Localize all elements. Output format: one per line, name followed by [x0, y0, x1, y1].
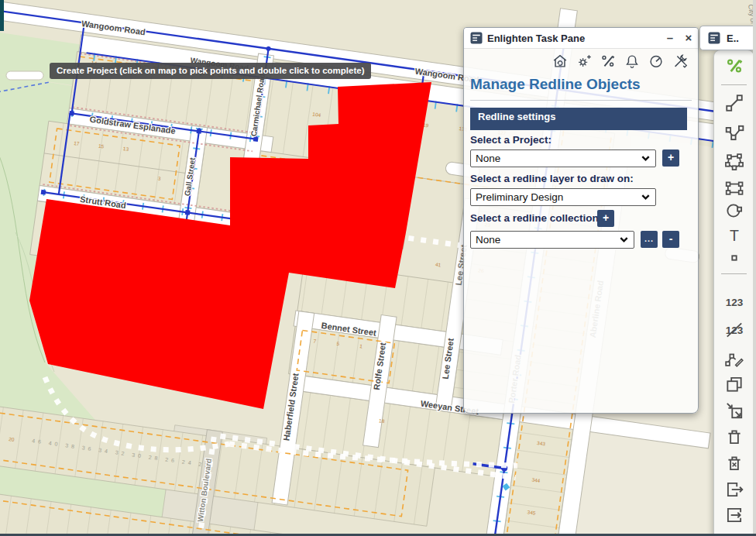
project-label: Select a Project: — [470, 134, 552, 146]
notifications-bell-icon[interactable] — [624, 53, 641, 70]
task-pane-toolbar — [552, 53, 689, 70]
project-select-value: None — [476, 153, 500, 164]
svg-text:20: 20 — [9, 436, 15, 442]
delete-all-icon[interactable] — [723, 452, 746, 475]
add-collection-button[interactable]: + — [597, 210, 614, 227]
copy-object-icon[interactable] — [723, 373, 746, 396]
svg-text:18: 18 — [379, 417, 386, 424]
edit-vertices-icon[interactable] — [723, 346, 746, 369]
tools-icon[interactable] — [672, 53, 689, 70]
transform-object-icon[interactable] — [723, 399, 746, 422]
toolbar-divider — [721, 84, 747, 85]
draw-text-icon[interactable]: T — [723, 224, 746, 247]
task-pane-title: Enlighten Task Pane — [487, 33, 661, 44]
task-pane-icon — [470, 32, 483, 44]
window-edge-strip — [753, 0, 756, 536]
collection-select-value: None — [476, 234, 500, 246]
add-project-button[interactable]: + — [662, 149, 679, 167]
task-pane-titlebar[interactable]: Enlighten Task Pane – × — [464, 28, 698, 49]
draw-polygon-icon[interactable] — [723, 149, 746, 173]
layer-select[interactable]: Preliminary Design — [470, 188, 656, 206]
draw-rectangle-icon[interactable] — [723, 177, 746, 200]
minimize-button[interactable]: – — [661, 29, 679, 47]
show-measurements-icon[interactable]: 123 — [723, 290, 746, 314]
enlighten-task-pane: Enlighten Task Pane – × — [463, 27, 699, 414]
svg-text:T: T — [730, 227, 739, 244]
draw-line-icon[interactable] — [723, 91, 746, 115]
redline-settings-header: Redline settings — [470, 108, 687, 130]
edge-panel-sliver — [0, 0, 4, 31]
collection-label: Select a redline collection: — [470, 212, 602, 224]
chevron-down-icon — [641, 153, 651, 163]
svg-text:41: 41 — [435, 262, 442, 268]
chevron-down-icon — [619, 235, 629, 245]
export-redlines-icon[interactable] — [723, 478, 746, 501]
gear-add-icon[interactable] — [576, 53, 593, 70]
redline-toolbar: T 123 123 — [713, 50, 754, 536]
layer-select-value: Preliminary Design — [476, 191, 563, 203]
remove-collection-button[interactable]: - — [662, 231, 679, 248]
svg-text:17: 17 — [74, 140, 81, 146]
toolbar-divider — [721, 273, 747, 274]
create-project-tooltip: Create Project (click on map to pick poi… — [50, 63, 371, 79]
enlighten-panel-tab[interactable]: E.. — [699, 26, 756, 50]
app-window: 14 16 11 10 8 6 17 15 13 3 7 5 1 2 23 26… — [0, 0, 756, 536]
draw-point-icon[interactable] — [723, 246, 746, 270]
gauge-icon[interactable] — [648, 53, 665, 70]
home-history-icon[interactable] — [552, 53, 569, 70]
hide-measurements-icon[interactable]: 123 — [723, 318, 746, 342]
import-redlines-icon[interactable] — [723, 503, 746, 527]
close-button[interactable]: × — [679, 29, 698, 47]
layer-label: Select a redline layer to draw on: — [470, 173, 634, 184]
draw-polyline-icon[interactable] — [723, 122, 746, 145]
collection-select[interactable]: None — [470, 231, 634, 249]
project-select[interactable]: None — [470, 149, 656, 167]
redline-pen-icon[interactable] — [600, 53, 617, 70]
panel-tab-icon — [708, 32, 720, 44]
browse-collection-button[interactable]: ... — [641, 231, 658, 248]
draw-circle-icon[interactable] — [723, 199, 746, 222]
svg-text:13: 13 — [122, 146, 129, 152]
page-title: Manage Redline Objects — [470, 76, 641, 93]
heading-divider — [470, 100, 692, 101]
svg-text:123: 123 — [725, 297, 743, 308]
panel-tab-label: E.. — [727, 33, 739, 44]
delete-object-icon[interactable] — [723, 425, 746, 448]
chevron-down-icon — [641, 192, 651, 202]
trail-capsule — [6, 71, 43, 80]
svg-text:15: 15 — [98, 143, 105, 149]
enlighten-redline-icon[interactable] — [723, 54, 746, 77]
